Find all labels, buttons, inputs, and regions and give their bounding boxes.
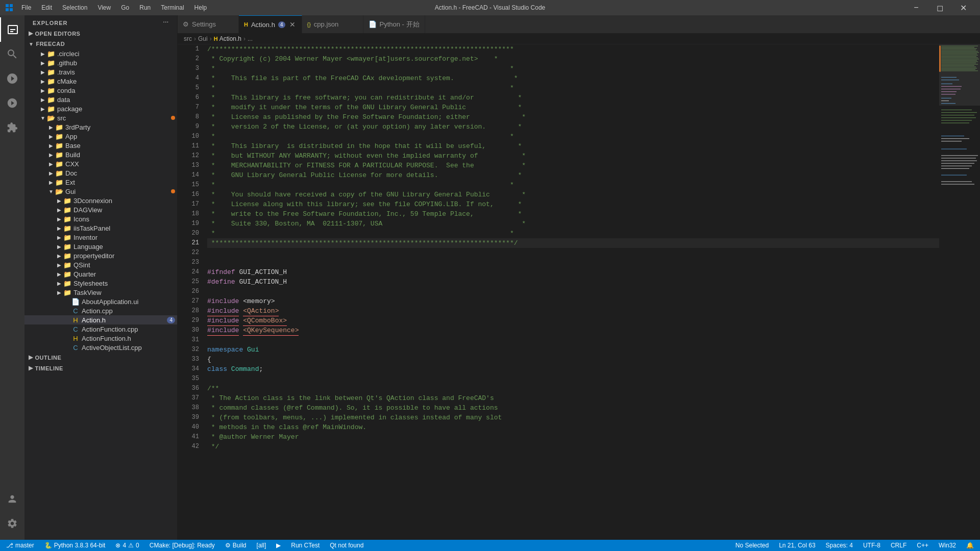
freecad-section[interactable]: ▼ FREECAD (24, 39, 177, 49)
tree-travis[interactable]: ▶ 📁 .travis (24, 67, 177, 77)
tree-ext[interactable]: ▶ 📁 Ext (24, 178, 177, 187)
folder-icon: 📁 (63, 279, 71, 287)
tree-quarter[interactable]: ▶ 📁 Quarter (24, 269, 177, 279)
code-editor[interactable]: 1 2 3 4 5 6 7 8 9 10 11 12 13 14 15 16 1… (178, 44, 980, 540)
breadcrumb-src[interactable]: src (184, 35, 192, 42)
tree-language[interactable]: ▶ 📁 Language (24, 242, 177, 251)
outline-section[interactable]: ▶ OUTLINE (24, 352, 177, 363)
tree-base[interactable]: ▶ 📁 Base (24, 141, 177, 150)
cmake-indicator[interactable]: CMake: [Debug]: Ready (148, 540, 217, 551)
branch-indicator[interactable]: ⎇ master (4, 540, 36, 551)
tree-propertyeditor[interactable]: ▶ 📁 propertyeditor (24, 251, 177, 260)
menu-terminal[interactable]: Terminal (157, 3, 188, 12)
tree-aboutapplication[interactable]: ▶ 📄 AboutApplication.ui (24, 297, 177, 306)
tree-build[interactable]: ▶ 📁 Build (24, 150, 177, 159)
tree-qsint[interactable]: ▶ 📁 QSint (24, 260, 177, 269)
tree-label: iisTaskPanel (74, 224, 110, 232)
tree-dagview[interactable]: ▶ 📁 DAGView (24, 205, 177, 214)
run-ctest-label: Run CTest (291, 542, 320, 549)
tree-arrow: ▶ (47, 160, 55, 168)
tree-inventor[interactable]: ▶ 📁 Inventor (24, 233, 177, 242)
tree-arrow: ▶ (47, 151, 55, 159)
play-button[interactable]: ▶ (274, 540, 283, 551)
tree-action-h[interactable]: ▶ H Action.h 4 (24, 315, 177, 324)
tree-3rdparty[interactable]: ▶ 📁 3rdParty (24, 122, 177, 132)
platform-indicator[interactable]: Win32 (937, 540, 958, 551)
tree-circleci[interactable]: ▶ 📁 .circleci (24, 49, 177, 58)
activity-settings[interactable] (0, 511, 24, 536)
tree-label: CXX (65, 160, 79, 168)
sidebar-content[interactable]: ▶ OPEN EDITORS ▼ FREECAD ▶ 📁 .circleci ▶… (24, 28, 177, 540)
run-ctest-indicator[interactable]: Run CTest (289, 540, 322, 551)
close-button[interactable]: ✕ (951, 0, 975, 15)
menu-run[interactable]: Run (135, 3, 155, 12)
tree-iistaskpanel[interactable]: ▶ 📁 iisTaskPanel (24, 223, 177, 233)
tree-gui[interactable]: ▼ 📂 Gui (24, 187, 177, 196)
build-target-indicator[interactable]: [all] (255, 540, 268, 551)
activity-run[interactable] (0, 91, 24, 115)
tree-cmake[interactable]: ▶ 📁 cMake (24, 77, 177, 86)
tree-label: Language (74, 243, 103, 251)
menu-view[interactable]: View (93, 3, 115, 12)
tree-app[interactable]: ▶ 📁 App (24, 132, 177, 141)
tab-settings[interactable]: ⚙ Settings (178, 15, 239, 33)
tree-taskview[interactable]: ▶ 📁 TaskView (24, 288, 177, 297)
activity-extensions[interactable] (0, 115, 24, 140)
maximize-button[interactable]: ◻ (928, 0, 951, 15)
tree-actionfunction-cpp[interactable]: ▶ C ActionFunction.cpp (24, 324, 177, 334)
tree-conda[interactable]: ▶ 📁 conda (24, 86, 177, 95)
code-line: * * (207, 180, 939, 190)
encoding-indicator[interactable]: UTF-8 (861, 540, 883, 551)
tree-activeobjectlist[interactable]: ▶ C ActiveObjectList.cpp (24, 343, 177, 352)
menu-help[interactable]: Help (190, 3, 211, 12)
tree-icons[interactable]: ▶ 📁 Icons (24, 214, 177, 223)
language-indicator[interactable]: C++ (915, 540, 930, 551)
menu-edit[interactable]: Edit (37, 3, 56, 12)
line-num: 23 (178, 258, 199, 267)
breadcrumb-file[interactable]: HAction.h (214, 35, 241, 42)
breadcrumb-gui[interactable]: Gui (198, 35, 208, 42)
tree-3dconnexion[interactable]: ▶ 📁 3Dconnexion (24, 196, 177, 205)
activity-search[interactable] (0, 42, 24, 66)
tree-src[interactable]: ▼ 📂 src (24, 113, 177, 122)
tree-cxx[interactable]: ▶ 📁 CXX (24, 159, 177, 168)
tree-action-cpp[interactable]: ▶ C Action.cpp (24, 306, 177, 315)
activity-account[interactable] (0, 487, 24, 511)
spaces-indicator[interactable]: Spaces: 4 (824, 540, 855, 551)
tree-package[interactable]: ▶ 📁 package (24, 104, 177, 113)
no-selected-indicator[interactable]: No Selected (733, 540, 771, 551)
tree-stylesheets[interactable]: ▶ 📁 Stylesheets (24, 279, 177, 288)
error-indicator[interactable]: ⊗ 4 ⚠ 0 (113, 540, 141, 551)
tree-arrow: ▶ (39, 86, 47, 94)
python-indicator[interactable]: 🐍 Python 3.8.3 64-bit (42, 540, 108, 551)
tab-close-button[interactable]: ✕ (288, 20, 297, 29)
menu-selection[interactable]: Selection (58, 3, 91, 12)
line-ending-indicator[interactable]: CRLF (889, 540, 909, 551)
menu-file[interactable]: File (17, 3, 35, 12)
code-content[interactable]: /***************************************… (203, 44, 939, 540)
menu-go[interactable]: Go (117, 3, 133, 12)
position-indicator[interactable]: Ln 21, Col 63 (777, 540, 817, 551)
qt-indicator[interactable]: Qt not found (328, 540, 365, 551)
tree-actionfunction-h[interactable]: ▶ H ActionFunction.h (24, 334, 177, 343)
tree-doc[interactable]: ▶ 📁 Doc (24, 168, 177, 178)
activity-git[interactable] (0, 66, 24, 91)
line-num: 39 (178, 413, 199, 422)
open-editors-section[interactable]: ▶ OPEN EDITORS (24, 28, 177, 39)
tree-data[interactable]: ▶ 📁 data (24, 95, 177, 104)
notification-bell[interactable]: 🔔 (964, 540, 976, 551)
tab-action-h[interactable]: H Action.h 4 ✕ (239, 15, 302, 33)
tab-cpp-json[interactable]: {} cpp.json (302, 15, 363, 33)
code-line: * * (207, 132, 939, 141)
sidebar-more-button[interactable]: ⋯ (163, 19, 169, 26)
activity-explorer[interactable] (0, 17, 24, 42)
tree-github[interactable]: ▶ 📁 .github (24, 58, 177, 67)
folder-icon: 📂 (47, 114, 55, 122)
statusbar-left: ⎇ master 🐍 Python 3.8.3 64-bit ⊗ 4 ⚠ 0 C… (4, 540, 365, 551)
timeline-section[interactable]: ▶ TIMELINE (24, 363, 177, 373)
tab-python[interactable]: 📄 Python - 开始 (363, 15, 425, 33)
build-indicator[interactable]: ⚙ Build (223, 540, 249, 551)
breadcrumb-more[interactable]: ... (248, 35, 253, 42)
minimize-button[interactable]: − (904, 0, 928, 15)
breadcrumb-sep: › (243, 35, 246, 42)
